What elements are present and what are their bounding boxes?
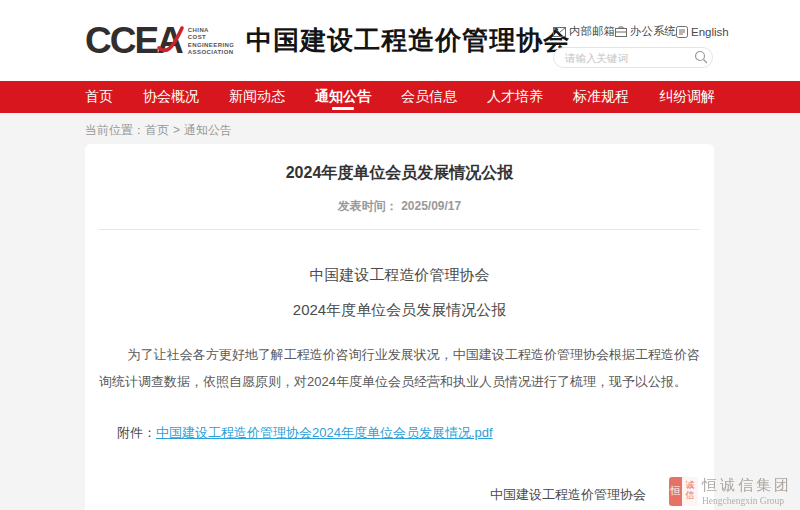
quick-links: 内部邮箱 办公系统 English: [553, 24, 715, 39]
attachment-row: 附件：中国建设工程造价管理协会2024年度单位会员发展情况.pdf: [99, 424, 700, 442]
watermark-name-en: Hengchengxin Group: [702, 496, 792, 506]
signature-block: 中国建设工程造价管理协会 2025年9月17日: [99, 486, 700, 510]
search-box: [553, 47, 715, 68]
nav-item-dispute-mediation[interactable]: 纠纷调解: [659, 81, 715, 113]
nav-item-notices[interactable]: 通知公告: [315, 81, 371, 113]
hengchengxin-seal-icon: 恒 诚 信: [669, 477, 698, 506]
breadcrumb-home-link[interactable]: 首页: [145, 123, 169, 137]
publish-date: 发表时间： 2025/09/17: [99, 198, 700, 215]
nav-item-association-overview[interactable]: 协会概况: [143, 81, 199, 113]
quick-link-label: 办公系统: [630, 24, 676, 39]
office-system-link[interactable]: 办公系统: [615, 24, 676, 39]
attachment-label: 附件：: [117, 425, 156, 440]
logo-swoosh-icon: [156, 24, 186, 58]
search-button[interactable]: [693, 50, 708, 65]
attachment-pdf-link[interactable]: 中国建设工程造价管理协会2024年度单位会员发展情况.pdf: [156, 425, 493, 440]
quick-link-label: 内部邮箱: [569, 24, 615, 39]
signature-org: 中国建设工程造价管理协会: [490, 486, 646, 504]
article-card: 2024年度单位会员发展情况公报 发表时间： 2025/09/17 中国建设工程…: [85, 144, 714, 510]
article-body-paragraph: 为了让社会各方更好地了解工程造价咨询行业发展状况，中国建设工程造价管理协会根据工…: [99, 341, 700, 396]
internal-mail-link[interactable]: 内部邮箱: [553, 24, 615, 39]
hengchengxin-watermark: 恒 诚 信 恒诚信集团 Hengchengxin Group: [669, 476, 792, 506]
site-logo[interactable]: CCEA CHINA COST ENGINEERING ASSOCIATION …: [85, 22, 570, 59]
globe-icon: [676, 26, 688, 38]
watermark-name-cn: 恒诚信集团: [702, 476, 792, 495]
site-title: 中国建设工程造价管理协会: [246, 23, 570, 58]
breadcrumb-current-link[interactable]: 通知公告: [184, 123, 232, 137]
search-input[interactable]: [553, 47, 713, 68]
main-nav: 首页 协会概况 新闻动态 通知公告 会员信息 人才培养 标准规程 纠纷调解: [0, 81, 800, 113]
logo-tagline: CHINA COST ENGINEERING ASSOCIATION: [188, 27, 234, 56]
breadcrumb: 当前位置：首页>通知公告: [85, 113, 800, 144]
english-link[interactable]: English: [676, 26, 729, 38]
site-header: CCEA CHINA COST ENGINEERING ASSOCIATION …: [0, 0, 800, 81]
breadcrumb-separator: >: [173, 123, 180, 137]
active-tab-indicator: [332, 107, 354, 110]
briefcase-icon: [615, 26, 627, 37]
article-title: 2024年度单位会员发展情况公报: [99, 163, 700, 184]
title-divider: [99, 229, 700, 230]
nav-item-news[interactable]: 新闻动态: [229, 81, 285, 113]
article-org-heading: 中国建设工程造价管理协会: [99, 266, 700, 285]
nav-item-home[interactable]: 首页: [85, 81, 113, 113]
search-icon: [694, 50, 708, 64]
mail-icon: [553, 27, 566, 37]
nav-item-talent-training[interactable]: 人才培养: [487, 81, 543, 113]
quick-link-label: English: [691, 26, 729, 38]
nav-item-member-info[interactable]: 会员信息: [401, 81, 457, 113]
breadcrumb-prefix: 当前位置：: [85, 123, 145, 137]
nav-item-standards[interactable]: 标准规程: [573, 81, 629, 113]
article-subject-heading: 2024年度单位会员发展情况公报: [99, 301, 700, 320]
